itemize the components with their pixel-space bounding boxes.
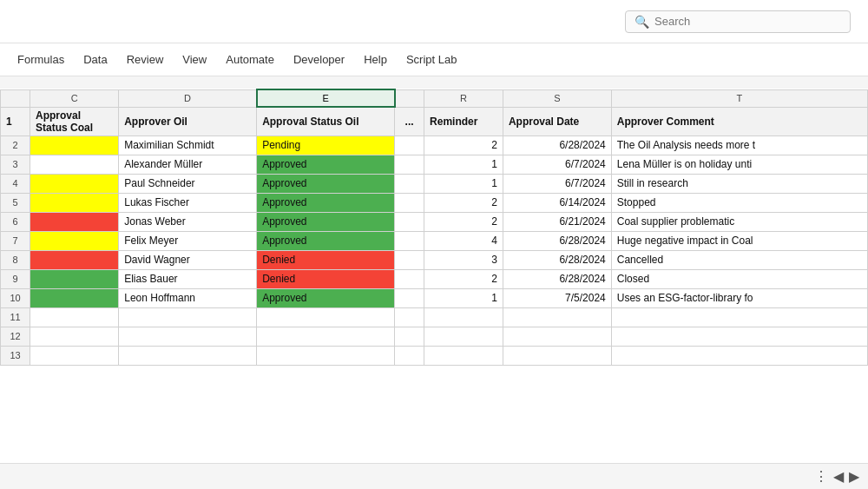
cell-c[interactable] <box>30 193 119 212</box>
cell-r[interactable]: 2 <box>424 269 503 288</box>
col-header-r[interactable]: R <box>424 89 503 107</box>
cell-e[interactable]: Approved <box>257 193 395 212</box>
table-row: 4 Paul Schneider Approved 1 6/7/2024 Sti… <box>1 174 868 193</box>
cell-r[interactable]: 1 <box>424 174 503 193</box>
cell-d[interactable]: Alexander Müller <box>119 155 257 174</box>
cell-s[interactable]: 6/7/2024 <box>503 155 611 174</box>
more-options-icon[interactable]: ⋮ <box>814 468 828 485</box>
col-header-e[interactable]: E <box>257 89 395 107</box>
cell-c[interactable] <box>30 155 119 174</box>
cell-t[interactable]: Still in research <box>611 174 867 193</box>
cell-rownum: 4 <box>1 174 30 193</box>
cell-d[interactable]: Elias Bauer <box>119 269 257 288</box>
cell-t[interactable]: Stopped <box>611 193 867 212</box>
cell-e[interactable]: Approved <box>257 231 395 250</box>
cell-t[interactable]: Uses an ESG-factor-library fo <box>611 288 867 307</box>
cell-r[interactable]: 2 <box>424 212 503 231</box>
menu-item-help[interactable]: Help <box>355 48 396 71</box>
cell-t[interactable]: Closed <box>611 269 867 288</box>
cell-s[interactable]: 6/28/2024 <box>503 135 611 155</box>
empty-row: 13 <box>1 346 868 365</box>
cell-rownum: 3 <box>1 155 30 174</box>
table-row: 10 Leon Hoffmann Approved 1 7/5/2024 Use… <box>1 288 868 307</box>
header-t: Approver Comment <box>611 107 867 135</box>
col-header-s[interactable]: S <box>503 89 611 107</box>
cell-d[interactable]: Felix Meyer <box>119 231 257 250</box>
cell-t[interactable]: Lena Müller is on holiday unti <box>611 155 867 174</box>
cell-dots <box>395 135 424 155</box>
prev-sheet-icon[interactable]: ◀ <box>833 468 844 485</box>
menu-item-scriptlab[interactable]: Script Lab <box>398 48 466 71</box>
cell-c[interactable] <box>30 231 119 250</box>
bottom-bar: ⋮ ◀ ▶ <box>0 463 868 489</box>
col-header-d[interactable]: D <box>119 89 257 107</box>
header-dots: ... <box>395 107 424 135</box>
menu-item-developer[interactable]: Developer <box>285 48 353 71</box>
menu-bar: Formulas Data Review View Automate Devel… <box>0 43 868 76</box>
search-box[interactable]: 🔍 <box>625 10 851 33</box>
cell-e[interactable]: Denied <box>257 250 395 269</box>
cell-c[interactable] <box>30 269 119 288</box>
cell-r[interactable]: 2 <box>424 193 503 212</box>
header-r: Reminder <box>424 107 503 135</box>
table-row: 5 Lukas Fischer Approved 2 6/14/2024 Sto… <box>1 193 868 212</box>
header-d: Approver Oil <box>119 107 257 135</box>
cell-t[interactable]: Coal supplier problematic <box>611 212 867 231</box>
spreadsheet-container[interactable]: C D E R S T 1 Approval Status Coal Appro… <box>0 89 868 463</box>
menu-item-review[interactable]: Review <box>118 48 173 71</box>
cell-s[interactable]: 6/14/2024 <box>503 193 611 212</box>
cell-c[interactable] <box>30 250 119 269</box>
menu-item-formulas[interactable]: Formulas <box>9 48 73 71</box>
header-rownum: 1 <box>1 107 30 135</box>
cell-r[interactable]: 1 <box>424 288 503 307</box>
cell-e[interactable]: Approved <box>257 174 395 193</box>
cell-r[interactable]: 2 <box>424 135 503 155</box>
cell-rownum: 8 <box>1 250 30 269</box>
cell-d[interactable]: Paul Schneider <box>119 174 257 193</box>
cell-e[interactable]: Approved <box>257 155 395 174</box>
cell-d[interactable]: Jonas Weber <box>119 212 257 231</box>
cell-t[interactable]: Cancelled <box>611 250 867 269</box>
next-sheet-icon[interactable]: ▶ <box>849 468 859 485</box>
cell-s[interactable]: 6/28/2024 <box>503 269 611 288</box>
cell-r[interactable]: 1 <box>424 155 503 174</box>
cell-t[interactable]: The Oil Analysis needs more t <box>611 135 867 155</box>
cell-s[interactable]: 6/28/2024 <box>503 250 611 269</box>
cell-c[interactable] <box>30 212 119 231</box>
menu-item-view[interactable]: View <box>174 48 215 71</box>
cell-r[interactable]: 4 <box>424 231 503 250</box>
cell-dots <box>395 193 424 212</box>
search-input[interactable] <box>654 15 841 28</box>
cell-dots <box>395 231 424 250</box>
table-row: 2 Maximilian Schmidt Pending 2 6/28/2024… <box>1 135 868 155</box>
cell-d[interactable]: David Wagner <box>119 250 257 269</box>
cell-c[interactable] <box>30 174 119 193</box>
cell-s[interactable]: 6/7/2024 <box>503 174 611 193</box>
cell-dots <box>395 155 424 174</box>
cell-e[interactable]: Pending <box>257 135 395 155</box>
cell-c[interactable] <box>30 135 119 155</box>
field-header-row: 1 Approval Status Coal Approver Oil Appr… <box>1 107 868 135</box>
cell-d[interactable]: Leon Hoffmann <box>119 288 257 307</box>
cell-e[interactable]: Approved <box>257 212 395 231</box>
cell-c[interactable] <box>30 288 119 307</box>
cell-d[interactable]: Lukas Fischer <box>119 193 257 212</box>
cell-s[interactable]: 6/21/2024 <box>503 212 611 231</box>
cell-t[interactable]: Huge negative impact in Coal <box>611 231 867 250</box>
menu-item-automate[interactable]: Automate <box>217 48 283 71</box>
cell-d[interactable]: Maximilian Schmidt <box>119 135 257 155</box>
col-header-t[interactable]: T <box>611 89 867 107</box>
cell-rownum: 5 <box>1 193 30 212</box>
col-header-c[interactable]: C <box>30 89 119 107</box>
cell-e[interactable]: Approved <box>257 288 395 307</box>
header-c: Approval Status Coal <box>30 107 119 135</box>
menu-item-data[interactable]: Data <box>75 48 115 71</box>
cell-s[interactable]: 6/28/2024 <box>503 231 611 250</box>
table-row: 3 Alexander Müller Approved 1 6/7/2024 L… <box>1 155 868 174</box>
cell-dots <box>395 269 424 288</box>
cell-s[interactable]: 7/5/2024 <box>503 288 611 307</box>
empty-row: 11 <box>1 307 868 327</box>
ribbon-gap <box>0 76 868 89</box>
cell-e[interactable]: Denied <box>257 269 395 288</box>
cell-r[interactable]: 3 <box>424 250 503 269</box>
